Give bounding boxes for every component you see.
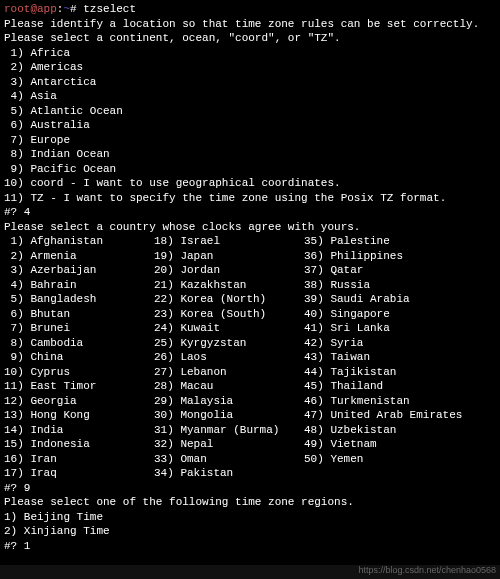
- country-option[interactable]: 27) Lebanon: [154, 365, 304, 380]
- country-option[interactable]: 47) United Arab Emirates: [304, 408, 454, 423]
- region-option[interactable]: 1) Beijing Time: [4, 510, 496, 525]
- country-row: 2) Armenia19) Japan36) Philippines: [4, 249, 496, 264]
- country-row: 16) Iran33) Oman50) Yemen: [4, 452, 496, 467]
- intro-1: Please identify a location so that time …: [4, 17, 496, 32]
- country-row: 3) Azerbaijan20) Jordan37) Qatar: [4, 263, 496, 278]
- answer-region[interactable]: #? 1: [4, 539, 496, 554]
- country-option[interactable]: 25) Kyrgyzstan: [154, 336, 304, 351]
- country-option: [304, 466, 454, 481]
- continent-option[interactable]: 3) Antarctica: [4, 75, 496, 90]
- country-option[interactable]: 23) Korea (South): [154, 307, 304, 322]
- country-option[interactable]: 2) Armenia: [4, 249, 154, 264]
- country-option[interactable]: 34) Pakistan: [154, 466, 304, 481]
- country-option[interactable]: 43) Taiwan: [304, 350, 454, 365]
- country-row: 7) Brunei24) Kuwait41) Sri Lanka: [4, 321, 496, 336]
- country-option[interactable]: 29) Malaysia: [154, 394, 304, 409]
- continent-option[interactable]: 9) Pacific Ocean: [4, 162, 496, 177]
- country-row: 15) Indonesia32) Nepal49) Vietnam: [4, 437, 496, 452]
- continent-option[interactable]: 11) TZ - I want to specify the time zone…: [4, 191, 496, 206]
- country-row: 6) Bhutan23) Korea (South)40) Singapore: [4, 307, 496, 322]
- continent-option[interactable]: 7) Europe: [4, 133, 496, 148]
- country-option[interactable]: 45) Thailand: [304, 379, 454, 394]
- country-option[interactable]: 30) Mongolia: [154, 408, 304, 423]
- country-row: 5) Bangladesh22) Korea (North)39) Saudi …: [4, 292, 496, 307]
- continent-option[interactable]: 1) Africa: [4, 46, 496, 61]
- country-row: 8) Cambodia25) Kyrgyzstan42) Syria: [4, 336, 496, 351]
- country-option[interactable]: 44) Tajikistan: [304, 365, 454, 380]
- country-option[interactable]: 42) Syria: [304, 336, 454, 351]
- country-row: 12) Georgia29) Malaysia46) Turkmenistan: [4, 394, 496, 409]
- country-option[interactable]: 19) Japan: [154, 249, 304, 264]
- continent-option[interactable]: 4) Asia: [4, 89, 496, 104]
- country-row: 14) India31) Myanmar (Burma)48) Uzbekist…: [4, 423, 496, 438]
- country-option[interactable]: 36) Philippines: [304, 249, 454, 264]
- country-option[interactable]: 21) Kazakhstan: [154, 278, 304, 293]
- country-option[interactable]: 28) Macau: [154, 379, 304, 394]
- country-option[interactable]: 46) Turkmenistan: [304, 394, 454, 409]
- country-option[interactable]: 3) Azerbaijan: [4, 263, 154, 278]
- country-row: 13) Hong Kong30) Mongolia47) United Arab…: [4, 408, 496, 423]
- country-option[interactable]: 35) Palestine: [304, 234, 454, 249]
- country-option[interactable]: 1) Afghanistan: [4, 234, 154, 249]
- country-option[interactable]: 40) Singapore: [304, 307, 454, 322]
- country-row: 10) Cyprus27) Lebanon44) Tajikistan: [4, 365, 496, 380]
- answer-continent[interactable]: #? 4: [4, 205, 496, 220]
- country-option[interactable]: 15) Indonesia: [4, 437, 154, 452]
- country-row: 11) East Timor28) Macau45) Thailand: [4, 379, 496, 394]
- country-option[interactable]: 13) Hong Kong: [4, 408, 154, 423]
- country-row: 1) Afghanistan18) Israel35) Palestine: [4, 234, 496, 249]
- country-option[interactable]: 22) Korea (North): [154, 292, 304, 307]
- prompt-user: root@app: [4, 3, 57, 15]
- country-option[interactable]: 48) Uzbekistan: [304, 423, 454, 438]
- country-row: 9) China26) Laos43) Taiwan: [4, 350, 496, 365]
- shell-prompt[interactable]: root@app:~# tzselect: [4, 2, 496, 17]
- country-option[interactable]: 38) Russia: [304, 278, 454, 293]
- country-option[interactable]: 39) Saudi Arabia: [304, 292, 454, 307]
- country-option[interactable]: 9) China: [4, 350, 154, 365]
- country-row: 4) Bahrain21) Kazakhstan38) Russia: [4, 278, 496, 293]
- countries-header: Please select a country whose clocks agr…: [4, 220, 496, 235]
- regions-header: Please select one of the following time …: [4, 495, 496, 510]
- continent-option[interactable]: 10) coord - I want to use geographical c…: [4, 176, 496, 191]
- country-option[interactable]: 17) Iraq: [4, 466, 154, 481]
- country-option[interactable]: 26) Laos: [154, 350, 304, 365]
- country-option[interactable]: 33) Oman: [154, 452, 304, 467]
- country-option[interactable]: 5) Bangladesh: [4, 292, 154, 307]
- country-row: 17) Iraq34) Pakistan: [4, 466, 496, 481]
- country-option[interactable]: 4) Bahrain: [4, 278, 154, 293]
- country-option[interactable]: 10) Cyprus: [4, 365, 154, 380]
- country-option[interactable]: 8) Cambodia: [4, 336, 154, 351]
- command: tzselect: [83, 3, 136, 15]
- country-option[interactable]: 49) Vietnam: [304, 437, 454, 452]
- country-option[interactable]: 7) Brunei: [4, 321, 154, 336]
- country-option[interactable]: 50) Yemen: [304, 452, 454, 467]
- country-option[interactable]: 14) India: [4, 423, 154, 438]
- continent-option[interactable]: 6) Australia: [4, 118, 496, 133]
- continent-option[interactable]: 5) Atlantic Ocean: [4, 104, 496, 119]
- watermark: https://blog.csdn.net/chenhao0568: [358, 563, 496, 578]
- country-option[interactable]: 24) Kuwait: [154, 321, 304, 336]
- country-option[interactable]: 18) Israel: [154, 234, 304, 249]
- country-option[interactable]: 6) Bhutan: [4, 307, 154, 322]
- country-option[interactable]: 32) Nepal: [154, 437, 304, 452]
- intro-2: Please select a continent, ocean, "coord…: [4, 31, 496, 46]
- country-option[interactable]: 31) Myanmar (Burma): [154, 423, 304, 438]
- country-option[interactable]: 20) Jordan: [154, 263, 304, 278]
- region-option[interactable]: 2) Xinjiang Time: [4, 524, 496, 539]
- prompt-path: ~: [63, 3, 70, 15]
- country-option[interactable]: 37) Qatar: [304, 263, 454, 278]
- country-option[interactable]: 16) Iran: [4, 452, 154, 467]
- continent-option[interactable]: 2) Americas: [4, 60, 496, 75]
- country-option[interactable]: 12) Georgia: [4, 394, 154, 409]
- country-option[interactable]: 41) Sri Lanka: [304, 321, 454, 336]
- answer-country[interactable]: #? 9: [4, 481, 496, 496]
- country-option[interactable]: 11) East Timor: [4, 379, 154, 394]
- continent-option[interactable]: 8) Indian Ocean: [4, 147, 496, 162]
